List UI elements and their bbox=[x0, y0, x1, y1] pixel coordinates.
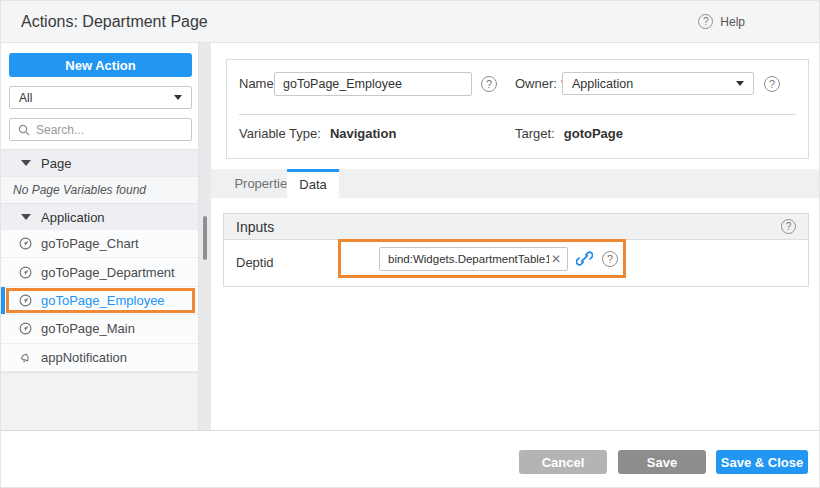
section-label: Application bbox=[41, 210, 105, 225]
cancel-button[interactable]: Cancel bbox=[519, 450, 607, 474]
name-help-icon[interactable]: ? bbox=[481, 76, 497, 92]
chevron-down-icon bbox=[736, 81, 744, 86]
sidebar-item-label: goToPage_Chart bbox=[41, 236, 139, 251]
page-title: Actions: Department Page bbox=[21, 13, 208, 31]
deptid-help-icon[interactable]: ? bbox=[602, 251, 618, 267]
new-action-button[interactable]: New Action bbox=[9, 53, 192, 77]
sidebar-item-label: goToPage_Main bbox=[41, 321, 135, 336]
sidebar-section-page[interactable]: Page bbox=[1, 149, 198, 176]
search-icon bbox=[18, 124, 30, 136]
name-field[interactable] bbox=[274, 72, 472, 96]
action-detail-panel: Name: * ? Owner: * Application ? Variabl… bbox=[211, 43, 820, 430]
collapse-triangle-icon bbox=[21, 214, 31, 220]
help-label: Help bbox=[720, 15, 745, 29]
sidebar-item-appnotification[interactable]: appNotification bbox=[1, 344, 198, 372]
inputs-title: Inputs bbox=[236, 219, 274, 235]
notification-icon bbox=[19, 351, 32, 364]
section-label: Page bbox=[41, 156, 71, 171]
navigation-variable-icon bbox=[19, 294, 32, 307]
owner-help-icon[interactable]: ? bbox=[764, 76, 780, 92]
variables-list: Page No Page Variables found Application… bbox=[1, 149, 198, 372]
bind-link-icon[interactable] bbox=[576, 250, 593, 267]
filter-select[interactable]: All bbox=[9, 86, 192, 109]
search-input[interactable] bbox=[36, 123, 183, 137]
dialog-footer: Cancel Save Save & Close bbox=[1, 430, 820, 488]
owner-select[interactable]: Application bbox=[562, 72, 754, 95]
navigation-variable-icon bbox=[19, 322, 32, 335]
save-button[interactable]: Save bbox=[618, 450, 706, 474]
inputs-help-icon[interactable]: ? bbox=[781, 219, 796, 234]
target-label: Target: bbox=[515, 126, 555, 141]
variable-type-label: Variable Type: bbox=[239, 126, 321, 141]
inputs-header: Inputs ? bbox=[224, 214, 808, 240]
inputs-section: Inputs ? Deptid bind:Widgets.DepartmentT… bbox=[223, 213, 809, 287]
sidebar-section-application[interactable]: Application bbox=[1, 203, 198, 230]
actions-dialog: Actions: Department Page ? Help New Acti… bbox=[0, 0, 820, 488]
help-icon: ? bbox=[698, 14, 713, 29]
navigation-variable-icon bbox=[19, 266, 32, 279]
owner-select-value: Application bbox=[572, 77, 633, 91]
scrollbar-thumb[interactable] bbox=[203, 216, 207, 260]
collapse-triangle-icon bbox=[21, 160, 31, 166]
sidebar-filler bbox=[1, 372, 198, 430]
deptid-label: Deptid bbox=[236, 255, 274, 270]
clear-icon[interactable]: ✕ bbox=[549, 252, 563, 266]
sidebar-item-gotopage-department[interactable]: goToPage_Department bbox=[1, 258, 198, 286]
navigation-variable-icon bbox=[19, 237, 32, 250]
chevron-down-icon bbox=[174, 95, 182, 100]
inputs-body: Deptid bind:Widgets.DepartmentTable1.sel… bbox=[224, 240, 808, 286]
detail-tabs: Properties Data bbox=[211, 169, 820, 198]
filter-select-value: All bbox=[19, 91, 32, 105]
sidebar-item-label: appNotification bbox=[41, 350, 127, 365]
sidebar-item-gotopage-employee[interactable]: goToPage_Employee bbox=[1, 287, 198, 315]
dialog-header: Actions: Department Page ? Help bbox=[1, 1, 820, 43]
deptid-bind-value: bind:Widgets.DepartmentTable1.select bbox=[388, 253, 549, 265]
card-divider bbox=[239, 114, 796, 115]
deptid-bind-field[interactable]: bind:Widgets.DepartmentTable1.select ✕ bbox=[379, 247, 568, 271]
target-field: Target:gotoPage bbox=[515, 126, 623, 141]
tab-properties[interactable]: Properties bbox=[233, 169, 295, 198]
sidebar-item-gotopage-chart[interactable]: goToPage_Chart bbox=[1, 230, 198, 258]
variable-type-value: Navigation bbox=[330, 126, 396, 141]
action-summary-card: Name: * ? Owner: * Application ? Variabl… bbox=[226, 59, 809, 159]
page-empty-note: No Page Variables found bbox=[1, 176, 198, 203]
tab-data[interactable]: Data bbox=[287, 169, 339, 198]
sidebar-item-label: goToPage_Employee bbox=[41, 293, 165, 308]
save-and-close-button[interactable]: Save & Close bbox=[716, 450, 808, 474]
variable-type-field: Variable Type:Navigation bbox=[239, 126, 396, 141]
sidebar-item-gotopage-main[interactable]: goToPage_Main bbox=[1, 315, 198, 343]
sidebar-scrollbar bbox=[198, 43, 211, 430]
help-button[interactable]: ? Help bbox=[698, 14, 745, 29]
actions-sidebar: New Action All Page No Page Variables fo… bbox=[1, 43, 198, 430]
owner-label: Owner: * bbox=[515, 72, 566, 96]
target-value: gotoPage bbox=[564, 126, 623, 141]
search-box bbox=[9, 118, 192, 141]
sidebar-item-label: goToPage_Department bbox=[41, 265, 175, 280]
